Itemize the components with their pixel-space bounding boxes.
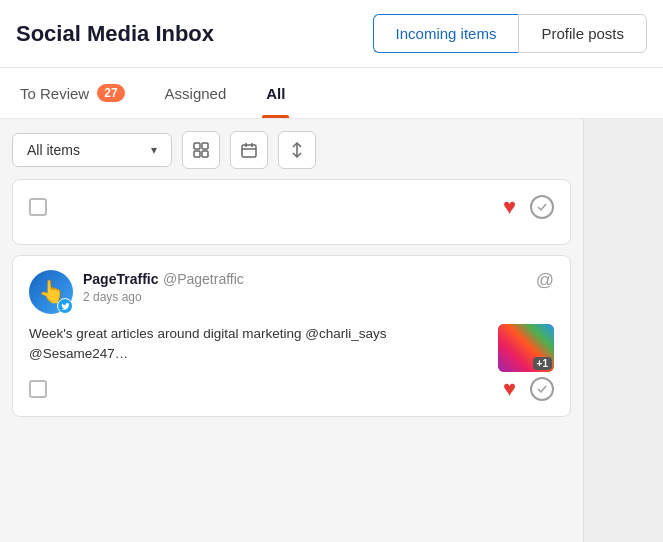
avatar: 👆	[29, 270, 73, 314]
post-image-area: +1	[498, 324, 554, 372]
twitter-icon	[61, 302, 70, 311]
twitter-badge	[57, 298, 73, 314]
check-circle-icon-1[interactable]	[530, 195, 554, 219]
tab-assigned[interactable]: Assigned	[161, 69, 231, 118]
post-bottom-row: ♥	[29, 376, 554, 402]
sort-icon	[288, 141, 306, 159]
post-handle: @Pagetraffic	[163, 271, 244, 287]
checkmark-icon	[535, 200, 549, 214]
card-actions-2: ♥	[503, 376, 554, 402]
calendar-button[interactable]	[230, 131, 268, 169]
tabs-bar: To Review 27 Assigned All	[0, 68, 663, 119]
sort-button[interactable]	[278, 131, 316, 169]
svg-rect-1	[202, 143, 208, 149]
check-circle-icon-2[interactable]	[530, 377, 554, 401]
post-card: 👆 PageTraffic @Pagetraffic	[12, 255, 571, 417]
to-review-badge: 27	[97, 84, 124, 102]
svg-rect-3	[202, 151, 208, 157]
checkmark-icon-2	[535, 382, 549, 396]
header: Social Media Inbox Incoming items Profil…	[0, 0, 663, 68]
app-container: Social Media Inbox Incoming items Profil…	[0, 0, 663, 542]
svg-rect-4	[242, 145, 256, 157]
grid-view-button[interactable]	[182, 131, 220, 169]
tab-to-review[interactable]: To Review 27	[16, 68, 129, 118]
header-nav: Incoming items Profile posts	[373, 14, 647, 53]
post-header: 👆 PageTraffic @Pagetraffic	[29, 270, 554, 314]
tab-assigned-label: Assigned	[165, 85, 227, 102]
mention-icon[interactable]: @	[536, 270, 554, 291]
svg-rect-0	[194, 143, 200, 149]
heart-icon-2[interactable]: ♥	[503, 376, 516, 402]
item-checkbox-1[interactable]	[29, 198, 47, 216]
post-body: +1 Week's great articles around digital …	[29, 324, 554, 365]
chevron-down-icon: ▾	[151, 143, 157, 157]
heart-icon-1[interactable]: ♥	[503, 194, 516, 220]
grid-icon	[192, 141, 210, 159]
toolbar-row: All items ▾	[12, 131, 571, 169]
dropdown-label: All items	[27, 142, 80, 158]
image-count-badge: +1	[533, 357, 552, 370]
profile-posts-tab[interactable]: Profile posts	[518, 14, 647, 53]
all-items-dropdown[interactable]: All items ▾	[12, 133, 172, 167]
svg-rect-2	[194, 151, 200, 157]
tab-to-review-label: To Review	[20, 85, 89, 102]
tab-all-label: All	[266, 85, 285, 102]
content-area: All items ▾	[0, 119, 663, 542]
empty-card-row: ♥	[29, 194, 554, 220]
post-time: 2 days ago	[83, 290, 526, 304]
app-title: Social Media Inbox	[16, 21, 214, 47]
main-panel: All items ▾	[0, 119, 583, 542]
item-checkbox-2[interactable]	[29, 380, 47, 398]
post-author-line: PageTraffic @Pagetraffic	[83, 270, 526, 288]
calendar-icon	[240, 141, 258, 159]
post-meta: PageTraffic @Pagetraffic 2 days ago	[83, 270, 526, 304]
incoming-items-tab[interactable]: Incoming items	[373, 14, 519, 53]
post-author: PageTraffic	[83, 271, 158, 287]
tab-all[interactable]: All	[262, 69, 289, 118]
card-actions-1: ♥	[503, 194, 554, 220]
empty-item-card: ♥	[12, 179, 571, 245]
post-text: Week's great articles around digital mar…	[29, 324, 554, 365]
right-panel	[583, 119, 663, 542]
